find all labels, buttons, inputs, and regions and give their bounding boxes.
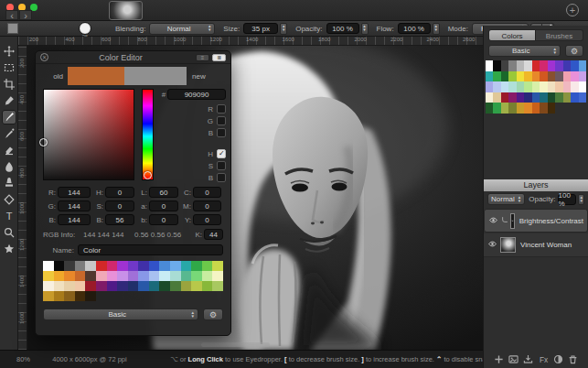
palette-swatch[interactable] [524,60,531,71]
palette-swatch[interactable] [532,71,540,82]
palette-swatch[interactable] [517,71,524,82]
value-field[interactable]: 0 [193,187,221,198]
palette-swatch[interactable] [517,81,524,92]
color-swatch[interactable] [64,271,75,281]
hex-field[interactable]: 909090 [167,89,226,100]
color-swatch[interactable] [96,261,107,271]
palette-swatch[interactable] [524,92,531,103]
channel-checkbox-H[interactable] [217,149,226,158]
palette-swatch[interactable] [508,92,516,103]
saturation-value-picker[interactable] [43,89,134,180]
palette-swatch[interactable] [508,81,516,92]
palette-swatch[interactable] [579,60,586,71]
color-swatch[interactable] [96,271,107,281]
palette-swatch[interactable] [548,81,555,92]
color-swatch[interactable] [107,261,118,271]
color-swatch[interactable] [43,281,54,291]
palette-swatch[interactable] [563,60,571,71]
palette-swatch[interactable] [563,92,571,103]
palette-swatch[interactable] [555,81,562,92]
document-thumbnail[interactable] [109,1,143,20]
palette-swatch[interactable] [508,103,516,114]
channel-checkbox-B[interactable] [217,128,226,137]
color-swatch[interactable] [191,271,202,281]
value-field[interactable]: 0 [149,214,178,225]
palette-swatch[interactable] [532,103,540,114]
value-field[interactable]: 0 [193,214,221,225]
paintbrush-tool[interactable] [2,110,16,124]
color-swatch[interactable] [159,261,170,271]
close-panel-icon[interactable]: × [40,53,48,61]
brush-preview[interactable]: 35 [79,22,91,35]
opacity-field[interactable]: 100 % [326,23,359,34]
color-editor-titlebar[interactable]: × Color Editor ≡ ≣ [36,51,230,64]
palette-swatch[interactable] [555,92,562,103]
palette-swatch[interactable] [486,60,493,71]
eraser-tool[interactable] [2,143,16,157]
color-swatch[interactable] [75,281,86,291]
palette-swatch[interactable] [540,60,547,71]
color-swatch[interactable] [128,261,139,271]
expanded-view-button[interactable]: ≣ [212,54,226,61]
color-swatch[interactable] [107,281,118,291]
hue-cursor[interactable] [144,171,152,179]
smudge-tool[interactable] [2,159,16,174]
palette-swatch[interactable] [548,60,555,71]
color-swatch[interactable] [159,271,170,281]
layer-row[interactable]: Vincent Woman [484,233,588,257]
palette-swatch[interactable] [540,81,547,92]
zoom-tool[interactable] [2,225,16,240]
value-field[interactable]: 144 [58,187,91,198]
color-swatch[interactable] [149,261,160,271]
color-swatch[interactable] [75,261,86,271]
palette-swatch[interactable] [493,92,500,103]
color-swatch[interactable] [85,271,96,281]
palette-swatch[interactable] [493,60,500,71]
color-swatch[interactable] [212,281,223,291]
channel-checkbox-R[interactable] [217,104,226,114]
size-stepper[interactable]: ▲▼ [280,23,287,35]
color-swatch[interactable] [54,271,65,281]
color-swatch[interactable] [54,291,65,301]
layer-blend-select[interactable]: Normal ▲▼ [487,193,525,205]
color-swatch[interactable] [117,281,128,291]
palette-swatch[interactable] [579,71,586,82]
value-field[interactable]: 56 [105,214,134,225]
palette-swatch[interactable] [555,71,562,82]
channel-checkbox-S[interactable] [217,161,226,170]
color-swatch[interactable] [43,291,54,301]
palette-swatch[interactable] [532,92,540,103]
palette-swatch[interactable] [540,71,547,82]
color-swatch[interactable] [202,271,213,281]
clone-stamp-tool[interactable] [2,176,16,190]
palette-select[interactable]: Basic ▲▼ [43,308,198,320]
palette-gear-button[interactable]: ⚙ [203,308,223,320]
flow-stepper[interactable]: ▲▼ [433,23,440,35]
palette-swatch[interactable] [563,71,571,82]
color-swatch[interactable] [149,281,160,291]
color-swatch[interactable] [64,261,75,271]
sidebar-gear-button[interactable]: ⚙ [565,45,583,57]
add-icon[interactable] [492,352,505,365]
blending-select[interactable]: Normal ▲▼ [149,23,215,35]
palette-swatch[interactable] [524,71,531,82]
palette-swatch[interactable] [548,103,555,114]
nav-back-button[interactable]: ‹ [5,10,18,20]
palette-swatch[interactable] [571,71,578,82]
color-swatch[interactable] [64,291,75,301]
palette-swatch[interactable] [532,60,540,71]
size-field[interactable]: 35 px [243,23,278,34]
layer-opacity-field[interactable]: 100 % [558,194,577,205]
color-swatch[interactable] [202,261,213,271]
palette-swatch[interactable] [508,71,516,82]
palette-swatch[interactable] [501,60,508,71]
channel-checkbox-B[interactable] [217,173,226,182]
color-swatch[interactable] [96,281,107,291]
palette-swatch[interactable] [508,60,516,71]
value-field[interactable]: 0 [105,200,134,211]
color-swatch[interactable] [170,281,181,291]
color-swatch[interactable] [181,271,192,281]
color-swatch[interactable] [85,261,96,271]
palette-swatch[interactable] [493,81,500,92]
palette-swatch[interactable] [493,71,500,82]
